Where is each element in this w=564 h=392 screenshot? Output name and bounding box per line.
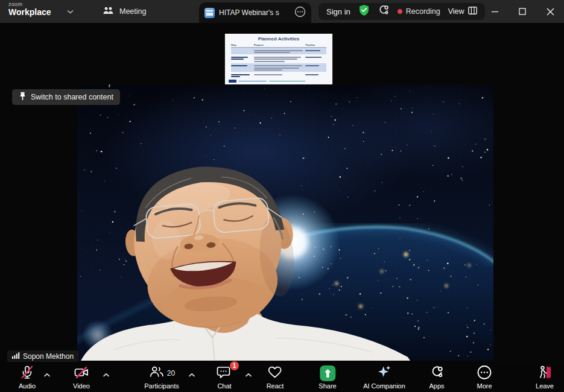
slide-title: Planned Activities: [225, 34, 332, 42]
window-controls: [481, 0, 564, 23]
recording-dot-icon: [398, 9, 402, 14]
camera-off-icon: [74, 365, 89, 382]
more-label: More: [477, 382, 492, 390]
layout-grid-icon: [468, 7, 477, 16]
col-step: Step: [231, 43, 254, 46]
minimize-button[interactable]: [481, 0, 509, 23]
chat-icon: 1: [217, 365, 232, 381]
audio-button[interactable]: Audio: [19, 365, 36, 390]
participants-icon: [148, 365, 164, 381]
meeting-tab-label: Meeting: [119, 7, 146, 16]
tab-more-options-icon[interactable]: [294, 6, 306, 19]
meeting-stage: Planned Activities Step Purpose Timeline: [0, 23, 564, 362]
tab-webinar-share[interactable]: HITAP Webinar's s: [199, 2, 311, 23]
video-button[interactable]: Video: [73, 365, 90, 390]
webinar-tab-label: HITAP Webinar's s: [219, 8, 290, 17]
maximize-button[interactable]: [509, 0, 536, 23]
participants-button[interactable]: 20 Participants: [144, 365, 179, 390]
leave-door-icon: [537, 365, 553, 382]
chat-options-caret[interactable]: [245, 370, 252, 379]
recording-label: Recording: [406, 7, 440, 16]
slide-table-row: [231, 72, 326, 78]
slide-table-row: [231, 48, 326, 54]
col-purpose: Purpose: [254, 43, 305, 46]
view-button-label: View: [448, 7, 464, 16]
shared-content-thumbnail[interactable]: Planned Activities Step Purpose Timeline: [225, 34, 332, 84]
window-titlebar: zoom Workplace Meeting HITAP Webinar's s: [0, 0, 564, 23]
brand-wordmark: zoom Workplace: [8, 2, 51, 16]
slide-footer-line: [269, 81, 305, 82]
audio-label: Audio: [19, 382, 36, 390]
view-button[interactable]: View: [448, 7, 477, 16]
heart-icon: [267, 365, 283, 381]
share-label: Share: [318, 382, 336, 390]
slide-table-header: Step Purpose Timeline: [231, 43, 326, 48]
audio-options-caret[interactable]: [43, 370, 51, 379]
security-shield-icon[interactable]: [358, 4, 370, 19]
slide-footer-line: [239, 81, 267, 82]
apps-button[interactable]: Apps: [429, 365, 444, 390]
ai-companion-button[interactable]: AI Companion: [363, 365, 405, 390]
speaker-video: [77, 84, 493, 361]
more-button[interactable]: More: [477, 365, 492, 390]
slide-logo-chip: [229, 80, 236, 83]
ai-companion-label: AI Companion: [363, 382, 405, 390]
react-label: React: [267, 382, 284, 390]
brand-zoom: zoom: [8, 2, 51, 7]
slide-table-row: [231, 54, 326, 63]
people-icon: [103, 6, 114, 17]
speaker-video-tile: [77, 84, 493, 361]
slide-table: Step Purpose Timeline: [231, 43, 326, 78]
video-label: Video: [73, 382, 90, 390]
participants-label: Participants: [144, 382, 179, 390]
participant-name-label: Sopon Mekthon: [7, 350, 78, 362]
recording-indicator: Recording: [398, 7, 440, 16]
participants-options-caret[interactable]: [188, 370, 195, 379]
meeting-toolbar: Audio Video: [0, 362, 564, 392]
ai-sparkle-icon: [376, 364, 392, 382]
switch-to-shared-content-button[interactable]: Switch to shared content: [12, 89, 120, 105]
chat-button[interactable]: 1 Chat: [217, 365, 232, 390]
share-screen-icon: [320, 365, 335, 381]
slide-footer: [229, 80, 305, 83]
slide-table-row: [231, 63, 326, 72]
chat-unread-badge: 1: [230, 361, 239, 370]
leave-label: Leave: [536, 382, 554, 390]
microphone-muted-icon: [20, 365, 34, 382]
zoom-workplace-window: zoom Workplace Meeting HITAP Webinar's s: [0, 0, 564, 392]
share-button[interactable]: Share: [318, 365, 336, 390]
chat-label: Chat: [217, 382, 231, 390]
apps-icon: [429, 365, 444, 381]
switch-button-label: Switch to shared content: [31, 93, 113, 101]
sign-in-button[interactable]: Sign in: [326, 7, 350, 16]
react-button[interactable]: React: [267, 365, 284, 390]
pin-icon: [19, 92, 27, 103]
close-button[interactable]: [536, 0, 564, 23]
tab-meeting[interactable]: Meeting: [97, 0, 152, 23]
apps-label: Apps: [429, 382, 444, 390]
meeting-controls-pill: Sign in Recording View: [318, 3, 485, 20]
participants-count: 20: [167, 369, 175, 378]
webinar-app-icon: [204, 8, 215, 18]
video-options-caret[interactable]: [103, 370, 110, 379]
zoom-workplace-menu[interactable]: zoom Workplace: [8, 2, 74, 16]
more-ellipsis-icon: [477, 365, 492, 382]
participant-name: Sopon Mekthon: [23, 352, 74, 361]
chevron-down-icon: [67, 5, 74, 16]
leave-button[interactable]: Leave: [536, 365, 554, 390]
apps-icon[interactable]: [378, 4, 390, 19]
signal-bars-icon: [12, 352, 20, 361]
col-timeline: Timeline: [305, 43, 326, 46]
brand-workplace: Workplace: [8, 8, 51, 16]
